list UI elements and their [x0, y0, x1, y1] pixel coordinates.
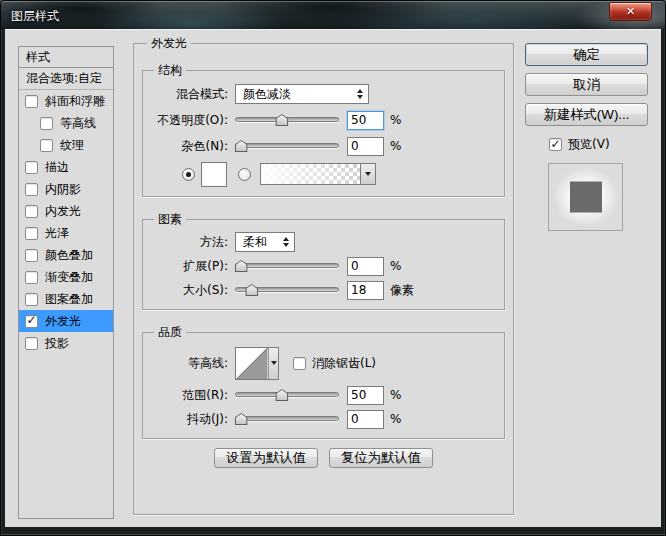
opacity-input[interactable]	[347, 111, 384, 130]
gradient-overlay-checkbox[interactable]	[25, 271, 38, 284]
jitter-slider[interactable]	[235, 413, 339, 425]
pattern-overlay-checkbox[interactable]	[25, 293, 38, 306]
blend-mode-select[interactable]: 颜色减淡	[235, 84, 369, 104]
glow-color-swatch[interactable]	[201, 162, 227, 187]
inner-glow-checkbox[interactable]	[25, 205, 38, 218]
new-style-button[interactable]: 新建样式(W)...	[525, 103, 648, 126]
cancel-button[interactable]: 取消	[525, 73, 648, 96]
jitter-row: 抖动(J): %	[149, 407, 498, 431]
sidebar-item-color-overlay[interactable]: 颜色叠加	[19, 244, 113, 266]
updown-arrows-icon	[357, 89, 363, 99]
styles-list: 混合选项:自定 斜面和浮雕 等高线 纹理 描边	[18, 68, 114, 519]
preview-thumbnail	[548, 163, 623, 231]
reset-default-button[interactable]: 复位为默认值	[329, 448, 433, 468]
gradient-bar[interactable]	[261, 164, 360, 184]
technique-select[interactable]: 柔和	[235, 232, 295, 252]
size-input[interactable]	[347, 281, 384, 300]
close-button[interactable]: ✕	[609, 2, 652, 21]
gradient-dropdown-button[interactable]	[360, 164, 375, 184]
blend-mode-value: 颜色减淡	[243, 86, 291, 103]
outer-glow-checkbox[interactable]: ✓	[25, 315, 38, 328]
sidebar-item-gradient-overlay[interactable]: 渐变叠加	[19, 266, 113, 288]
color-radio[interactable]	[182, 168, 195, 181]
gradient-picker[interactable]	[260, 163, 376, 185]
stroke-checkbox[interactable]	[25, 161, 38, 174]
contour-thumbnail	[236, 348, 268, 379]
sidebar-item-outer-glow[interactable]: ✓ 外发光	[19, 310, 113, 332]
contour-picker[interactable]	[235, 347, 279, 380]
technique-row: 方法: 柔和	[149, 230, 498, 254]
sidebar-item-drop-shadow[interactable]: 投影	[19, 332, 113, 354]
texture-checkbox[interactable]	[40, 139, 53, 152]
opacity-slider-thumb[interactable]	[275, 114, 288, 126]
contour-checkbox[interactable]	[40, 117, 53, 130]
glow-square	[570, 182, 602, 213]
preview-toggle-row: ✓ 预览(V)	[549, 136, 648, 153]
preview-checkbox[interactable]: ✓	[549, 138, 562, 151]
elements-group: 图素 方法: 柔和 扩展(P): %	[142, 211, 505, 310]
styles-sidebar: 样式 混合选项:自定 斜面和浮雕 等高线 纹理	[18, 46, 114, 519]
noise-slider-thumb[interactable]	[235, 140, 248, 152]
bevel-emboss-checkbox[interactable]	[25, 95, 38, 108]
noise-slider[interactable]	[235, 140, 339, 152]
sidebar-item-contour[interactable]: 等高线	[19, 112, 113, 134]
dropdown-arrow-icon	[365, 172, 371, 176]
quality-group: 品质 等高线: 消除锯齿(L) 范围(R):	[142, 324, 505, 439]
spread-slider[interactable]	[235, 260, 339, 272]
satin-checkbox[interactable]	[25, 227, 38, 240]
sidebar-item-pattern-overlay[interactable]: 图案叠加	[19, 288, 113, 310]
contour-dropdown-button[interactable]	[268, 348, 278, 379]
default-buttons-row: 设置为默认值 复位为默认值	[142, 448, 505, 468]
spread-row: 扩展(P): %	[149, 254, 498, 278]
sidebar-item-bevel-emboss[interactable]: 斜面和浮雕	[19, 90, 113, 112]
sidebar-item-blending-options[interactable]: 混合选项:自定	[19, 68, 113, 90]
window-title: 图层样式	[11, 8, 59, 25]
sidebar-item-inner-shadow[interactable]: 内阴影	[19, 178, 113, 200]
range-input[interactable]	[347, 386, 384, 405]
size-row: 大小(S): 像素	[149, 278, 498, 302]
spread-input[interactable]	[347, 257, 384, 276]
size-slider[interactable]	[235, 284, 339, 296]
noise-row: 杂色(N): %	[149, 133, 498, 159]
structure-group: 结构 混合模式: 颜色减淡 不透明度(O): %	[142, 62, 505, 197]
color-overlay-checkbox[interactable]	[25, 249, 38, 262]
close-icon: ✕	[626, 5, 635, 18]
blend-mode-row: 混合模式: 颜色减淡	[149, 81, 498, 107]
glow-fill-row	[149, 159, 498, 189]
size-slider-thumb[interactable]	[245, 284, 258, 296]
styles-header: 样式	[18, 46, 114, 68]
opacity-row: 不透明度(O): %	[149, 107, 498, 133]
panel-title: 外发光	[147, 35, 191, 52]
sidebar-item-satin[interactable]: 光泽	[19, 222, 113, 244]
sidebar-item-stroke[interactable]: 描边	[19, 156, 113, 178]
outer-glow-panel: 外发光 结构 混合模式: 颜色减淡 不透明度(O):	[133, 35, 514, 515]
updown-arrows-icon	[283, 237, 289, 247]
sidebar-item-inner-glow[interactable]: 内发光	[19, 200, 113, 222]
range-slider-thumb[interactable]	[275, 389, 288, 401]
make-default-button[interactable]: 设置为默认值	[214, 448, 318, 468]
dialog-body: 样式 混合选项:自定 斜面和浮雕 等高线 纹理	[5, 29, 661, 527]
drop-shadow-checkbox[interactable]	[25, 337, 38, 350]
ok-button[interactable]: 确定	[525, 43, 648, 66]
spread-slider-thumb[interactable]	[235, 260, 248, 272]
range-slider[interactable]	[235, 389, 339, 401]
gradient-radio[interactable]	[238, 168, 251, 181]
antialias-checkbox[interactable]	[293, 357, 306, 370]
sidebar-item-texture[interactable]: 纹理	[19, 134, 113, 156]
contour-row: 等高线: 消除锯齿(L)	[149, 343, 498, 383]
range-row: 范围(R): %	[149, 383, 498, 407]
dropdown-arrow-icon	[271, 361, 277, 365]
title-bar[interactable]: 图层样式 ✕	[1, 1, 665, 29]
jitter-input[interactable]	[347, 410, 384, 429]
layer-style-dialog: 图层样式 ✕ 样式 混合选项:自定 斜面和浮雕 等高线	[0, 0, 666, 536]
jitter-slider-thumb[interactable]	[235, 413, 248, 425]
noise-input[interactable]	[347, 137, 384, 156]
action-column: 确定 取消 新建样式(W)... ✓ 预览(V)	[525, 43, 648, 231]
technique-value: 柔和	[243, 234, 267, 251]
opacity-slider[interactable]	[235, 114, 339, 126]
inner-shadow-checkbox[interactable]	[25, 183, 38, 196]
